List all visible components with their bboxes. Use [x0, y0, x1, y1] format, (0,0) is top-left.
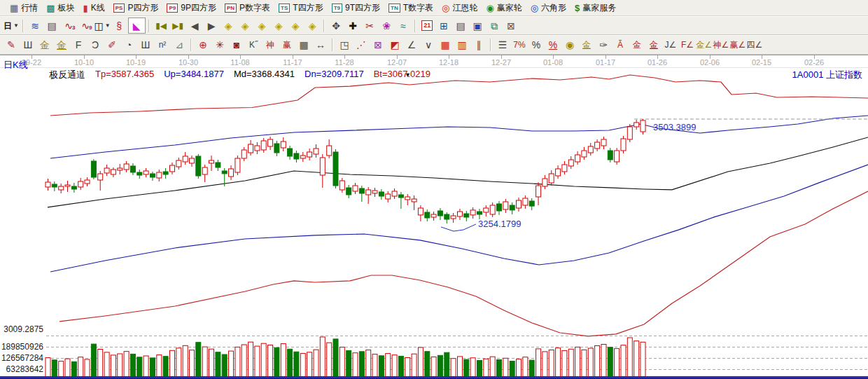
shrink-h-button[interactable]: ◈ — [271, 18, 287, 33]
candle-style-dropdown[interactable]: ◫▼ — [94, 18, 111, 33]
menu-item-winner-wheel[interactable]: ◉赢家轮 — [482, 1, 526, 15]
pen-1-tool[interactable]: ✑ — [596, 38, 612, 53]
period-day-dropdown[interactable]: 日▼ — [4, 18, 20, 33]
volume-bar — [405, 358, 410, 379]
last-page-button[interactable]: ▶▮ — [170, 18, 186, 33]
width-arrows-tool[interactable]: ↔ — [313, 38, 329, 53]
red-grid-2-tool[interactable]: ▥ — [454, 38, 470, 53]
candle-body — [320, 158, 325, 175]
k-quote-tool[interactable]: K˝ — [246, 38, 262, 53]
save-button[interactable]: ▣ — [470, 18, 486, 33]
square-spiral-tool[interactable]: ◙ — [229, 38, 245, 53]
menu-item-quotes[interactable]: ▦行情 — [6, 1, 42, 15]
percent-tool[interactable]: % — [528, 38, 545, 53]
n2-ruler-tool[interactable]: n² — [155, 38, 171, 53]
angle-lines-tool[interactable]: ∠ — [404, 38, 420, 53]
volume-bar — [78, 357, 83, 378]
gold-angle-tool[interactable]: 金∠ — [696, 38, 713, 53]
ray-fan-tool[interactable]: ⋰ — [354, 38, 370, 53]
menu-item-sectors[interactable]: ▩板块 — [42, 1, 78, 15]
menu-item-t-square[interactable]: TST四方形 — [274, 1, 328, 15]
percent-7-tool-icon: 7% — [513, 40, 525, 50]
v-lines-tool[interactable]: ∨ — [421, 38, 437, 53]
volume-bar — [111, 355, 115, 378]
menu-item-p-table[interactable]: PNP数字表 — [220, 1, 274, 15]
parallel-lines-tool[interactable]: ∥ — [471, 38, 487, 53]
a-wave-tool[interactable]: Ã — [612, 38, 629, 53]
candle-body — [595, 142, 600, 149]
percent-ref-tool[interactable]: % — [545, 38, 561, 53]
expand-h-button[interactable]: ◈ — [254, 18, 270, 33]
four-angle-tool[interactable]: 四∠ — [747, 38, 763, 53]
menu-item-9t-square[interactable]: T99T四方形 — [328, 1, 384, 15]
j-angle-tool[interactable]: J∠ — [663, 38, 679, 53]
nine-line-button[interactable]: ∿9 — [78, 18, 94, 33]
banker-view-button[interactable]: § — [111, 18, 127, 33]
shen-ruler-tool[interactable]: 神 — [262, 38, 279, 53]
legend-collapse-arrow[interactable]: ▼ — [405, 71, 411, 78]
main-chart-canvas[interactable]: 3503.38993254.1799 — [0, 55, 868, 379]
gold-ruler-tool[interactable]: 金 — [37, 38, 53, 53]
box-rays-tool[interactable]: ⊠ — [370, 38, 386, 53]
candle — [523, 195, 528, 209]
shen-angle-tool[interactable]: 神∠ — [713, 38, 729, 53]
candle — [503, 199, 508, 213]
candle — [216, 160, 220, 171]
percent-7-tool[interactable]: 7% — [512, 38, 528, 53]
ruler-tool[interactable]: Ш — [20, 38, 36, 53]
menu-item-9p-square[interactable]: P99P四方形 — [162, 1, 220, 15]
flag-ruler-tool[interactable]: ⊿ — [172, 38, 188, 53]
shift-right-button[interactable]: ◈ — [237, 18, 253, 33]
gauge-ruler-tool[interactable]: ◔ — [121, 38, 137, 53]
target-circle-tool[interactable]: ⊕ — [195, 38, 211, 53]
export-button[interactable]: ⧉ — [486, 18, 503, 33]
indicator-palette-button[interactable]: ◣ — [128, 18, 146, 34]
three-line-button[interactable]: ∿3 — [61, 18, 77, 33]
expand-all-button[interactable]: ◈ — [304, 18, 321, 33]
send-button[interactable]: ⊠ — [503, 18, 519, 33]
menu-item-t-table[interactable]: TNT数字表 — [384, 1, 438, 15]
gann-frame-tool[interactable]: ◳ — [337, 38, 353, 53]
ying-angle-tool[interactable]: 赢∠ — [730, 38, 746, 53]
first-page-button[interactable]: ▮◀ — [153, 18, 169, 33]
grid-123-tool[interactable]: ▦ — [296, 38, 312, 53]
erase-button[interactable]: ✂ — [362, 18, 378, 33]
ying-ruler-tool[interactable]: 赢 — [279, 38, 295, 53]
star-burst-tool[interactable]: ✳ — [212, 38, 228, 53]
red-grid-tool[interactable]: ▦ — [438, 38, 454, 53]
candle — [353, 183, 358, 194]
prev-page-button[interactable]: ◀ — [187, 18, 203, 33]
mark-button[interactable]: ❀ — [379, 18, 395, 33]
report-button[interactable]: ▤ — [453, 18, 469, 33]
gold-base-tool[interactable]: 金 — [646, 38, 662, 53]
long-ruler-tool[interactable]: Ш — [138, 38, 154, 53]
crosshair-button[interactable]: ✚ — [345, 18, 361, 33]
box-fan-tool[interactable]: ◩ — [387, 38, 403, 53]
wave-button[interactable]: ≈ — [396, 18, 412, 33]
f-ruler-tool[interactable]: F — [71, 38, 87, 53]
calendar-button[interactable]: 21 — [419, 18, 435, 33]
menu-item-kline[interactable]: ▮K线 — [79, 1, 109, 15]
pen-tool[interactable]: ✎ — [4, 38, 20, 53]
pan-hand-button[interactable]: ✥ — [328, 18, 344, 33]
gold-ruler-2-tool[interactable]: 金 — [54, 38, 70, 53]
menu-item-hexagon[interactable]: ◎六角形 — [526, 1, 570, 15]
gold-level-tool[interactable]: 金 — [579, 38, 595, 53]
percent-scale-tool[interactable]: ☰ — [495, 38, 511, 53]
gold-circle-tool[interactable]: ◉ — [562, 38, 578, 53]
menu-item-gann-wheel[interactable]: ◎江恩轮 — [438, 1, 482, 15]
menu-item-p-square[interactable]: PSP四方形 — [109, 1, 163, 15]
f-angle-tool[interactable]: F∠ — [680, 38, 696, 53]
overlay-chart-button[interactable]: ≋ — [27, 18, 43, 33]
shift-left-button[interactable]: ◈ — [220, 18, 237, 33]
info-note-button[interactable]: ▤ — [44, 18, 60, 33]
calculator-button[interactable]: ⊞ — [436, 18, 452, 33]
ts-badge-icon: TS — [279, 4, 290, 13]
red-pen-ruler-tool[interactable]: ✐ — [104, 38, 120, 53]
volume-bar — [118, 354, 122, 378]
menu-item-winner-service[interactable]: $赢家服务 — [570, 1, 620, 15]
shrink-all-button[interactable]: ◈ — [288, 18, 304, 33]
next-page-button[interactable]: ▶ — [204, 18, 220, 33]
arc-ruler-tool[interactable]: Ɔ — [88, 38, 104, 53]
gold-wave-tool[interactable]: 金 — [629, 38, 645, 53]
